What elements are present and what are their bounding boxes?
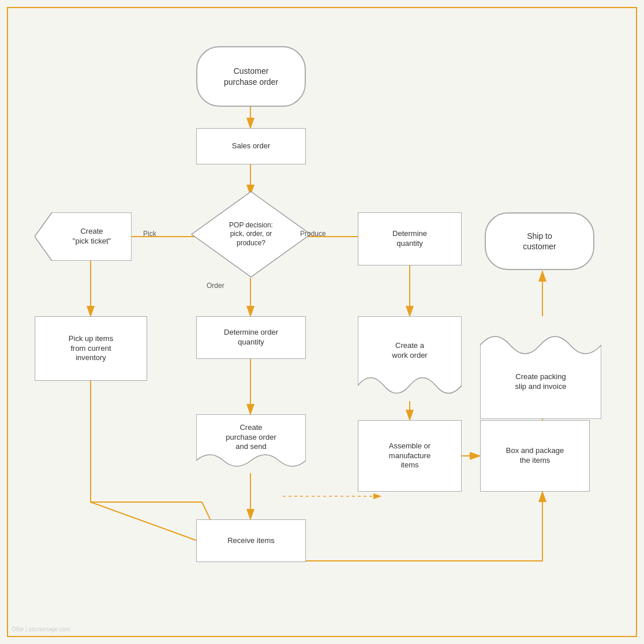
- determine-order-qty-node: Determine order quantity: [196, 316, 306, 359]
- pick-label: Pick: [143, 230, 156, 238]
- create-po-node: Create purchase order and send: [196, 414, 306, 473]
- pop-decision-node: POP decision: pick, order, or produce?: [190, 190, 312, 278]
- pick-ticket-node: Create "pick ticket": [35, 212, 132, 261]
- box-package-node: Box and package the items: [480, 420, 590, 492]
- produce-label: Produce: [300, 230, 326, 238]
- diagram-container: Customer purchase order Sales order POP …: [0, 0, 644, 644]
- receive-items-node: Receive items: [196, 519, 306, 562]
- pick-up-items-node: Pick up items from current inventory: [35, 316, 147, 381]
- assemble-node: Assemble or manufacture items: [358, 420, 462, 492]
- create-packing-node: Create packing slip and invoice: [480, 316, 601, 419]
- create-work-order-node: Create a work order: [358, 316, 462, 401]
- sales-order-node: Sales order: [196, 128, 306, 164]
- svg-line-17: [91, 502, 202, 542]
- watermark: Olfar | stockimage.com: [12, 626, 70, 632]
- determine-qty-node: Determine quantity: [358, 212, 462, 265]
- ship-to-customer-node: Ship to customer: [485, 212, 594, 270]
- order-label: Order: [207, 282, 224, 290]
- customer-po-node: Customer purchase order: [196, 46, 306, 107]
